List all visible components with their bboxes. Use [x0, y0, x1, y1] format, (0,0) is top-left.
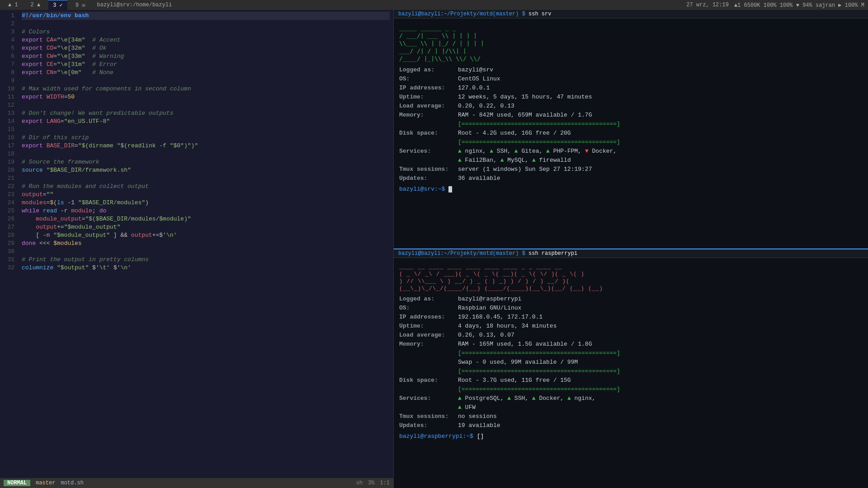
code-line-25: while read -r module; do [22, 207, 390, 215]
code-line-11: export WIDTH=50 [22, 93, 390, 101]
git-branch: master [36, 480, 55, 486]
code-line-17: export BASE_DIR="$(dirname "$(readlink -… [22, 142, 390, 150]
srv-term-body[interactable]: _____ ______ _ _ / ___/| ___ \\ | | | | … [394, 19, 868, 249]
code-line-3: # Colors [22, 28, 390, 36]
rpi-info-grid: Logged as: bazyli@raspberrypi OS: Raspbi… [399, 295, 863, 430]
rpi-ascii-art: ____ __ ____ ____ ____ ____ ____ _ _ ___… [399, 263, 863, 292]
code-line-19: # Source the framework [22, 158, 390, 166]
time-display: 27 wrz, 12:19 [686, 2, 729, 8]
code-line-28: [ -n "$module_output" ] && output+=$'\n' [22, 231, 390, 239]
code-line-15 [22, 126, 390, 134]
srv-term-header: bazyli@bazyli:~/Projekty/motd(master) $ … [394, 10, 868, 19]
code-line-9 [22, 77, 390, 85]
tab-1[interactable]: ▲ 1 [4, 0, 23, 10]
code-line-14: export LANG="en_US.UTF-8" [22, 117, 390, 126]
status-area: 27 wrz, 12:19 ▲1 6500K 100% 100% ♥ 94% s… [686, 2, 864, 9]
code-line-1: #!/usr/bin/env bash [22, 12, 390, 20]
scroll-percent: 3% [368, 480, 374, 486]
status-right: sh 3% 1:1 [356, 480, 390, 486]
code-line-27: output+="$module_output" [22, 223, 390, 231]
code-line-13: # Don't change! We want predictable outp… [22, 109, 390, 117]
code-line-32: columnize "$output" $'\t' $'\n' [22, 264, 390, 272]
editor-panel: 1 2 3 4 5 6 7 8 9 10 11 12 13 14 15 16 1… [0, 10, 393, 488]
tab-9[interactable]: 9 ✉ [71, 0, 90, 10]
srv-terminal: bazyli@bazyli:~/Projekty/motd(master) $ … [394, 10, 868, 249]
code-line-24: modules=$(ls -1 "$BASE_DIR/modules") [22, 199, 390, 207]
code-line-7: export CE="\e[31m" # Error [22, 61, 390, 69]
code-line-5: export CO="\e[32m" # Ok [22, 44, 390, 52]
code-line-20: source "$BASE_DIR/framework.sh" [22, 166, 390, 174]
code-line-26: module_output="$($BASE_DIR/modules/$modu… [22, 215, 390, 223]
code-line-22: # Run the modules and collect output [22, 183, 390, 191]
file-type: sh [356, 480, 363, 486]
tab-3[interactable]: 3 ✓ [48, 0, 67, 10]
srv-prompt-line: bazyli@srv:~$ [399, 185, 863, 193]
code-line-4: export CA="\e[34m" # Accent [22, 36, 390, 44]
code-line-12 [22, 101, 390, 109]
right-panels: bazyli@bazyli:~/Projekty/motd(master) $ … [393, 10, 868, 488]
code-line-31: # Print the output in pretty columns [22, 256, 390, 264]
code-line-16: # Dir of this scrip [22, 134, 390, 142]
top-bar: ▲ 1 2 ▲ 3 ✓ 9 ✉ bazyli@srv:/home/bazyli … [0, 0, 868, 10]
tab-2[interactable]: 2 ▲ [26, 0, 45, 10]
vim-status-bar: NORMAL master motd.sh sh 3% 1:1 [0, 478, 393, 488]
vim-mode: NORMAL [4, 480, 30, 486]
srv-info-grid: Logged as: bazyli@srv OS: CentOS Linux I… [399, 66, 863, 183]
code-line-10: # Max width used for components in secon… [22, 85, 390, 93]
code-line-23: output="" [22, 191, 390, 199]
path-label: bazyli@srv:/home/bazyli [97, 2, 172, 8]
code-line-21 [22, 174, 390, 183]
main-content: 1 2 3 4 5 6 7 8 9 10 11 12 13 14 15 16 1… [0, 10, 868, 488]
tab-bar: ▲ 1 2 ▲ 3 ✓ 9 ✉ bazyli@srv:/home/bazyli [4, 0, 172, 10]
code-line-18 [22, 150, 390, 158]
srv-cursor [448, 186, 452, 192]
srv-ascii-art: _____ ______ _ _ / ___/| ___ \\ | | | | … [399, 24, 863, 62]
file-name: motd.sh [61, 480, 83, 486]
rpi-term-header: bazyli@bazyli:~/Projekty/motd(master) $ … [394, 249, 868, 258]
rpi-prompt-line: bazyli@raspberrypi:~$ [] [399, 432, 863, 441]
editor-content: 1 2 3 4 5 6 7 8 9 10 11 12 13 14 15 16 1… [0, 10, 393, 478]
cursor-pos: 1:1 [380, 480, 390, 486]
rpi-terminal: bazyli@bazyli:~/Projekty/motd(master) $ … [394, 249, 868, 488]
code-line-2 [22, 20, 390, 28]
code-line-29: done <<< $modules [22, 239, 390, 248]
code-line-6: export CW="\e[33m" # Warning [22, 52, 390, 61]
rpi-term-body[interactable]: ____ __ ____ ____ ____ ____ ____ _ _ ___… [394, 258, 868, 488]
code-line-30 [22, 248, 390, 256]
sys-status: ▲1 6500K 100% 100% ♥ 94% sajran ▶ 100% M [734, 2, 864, 9]
code-line-8: export CN="\e[0m" # None [22, 69, 390, 77]
line-numbers: 1 2 3 4 5 6 7 8 9 10 11 12 13 14 15 16 1… [0, 10, 18, 478]
code-area[interactable]: #!/usr/bin/env bash # Colors export CA="… [18, 10, 393, 478]
